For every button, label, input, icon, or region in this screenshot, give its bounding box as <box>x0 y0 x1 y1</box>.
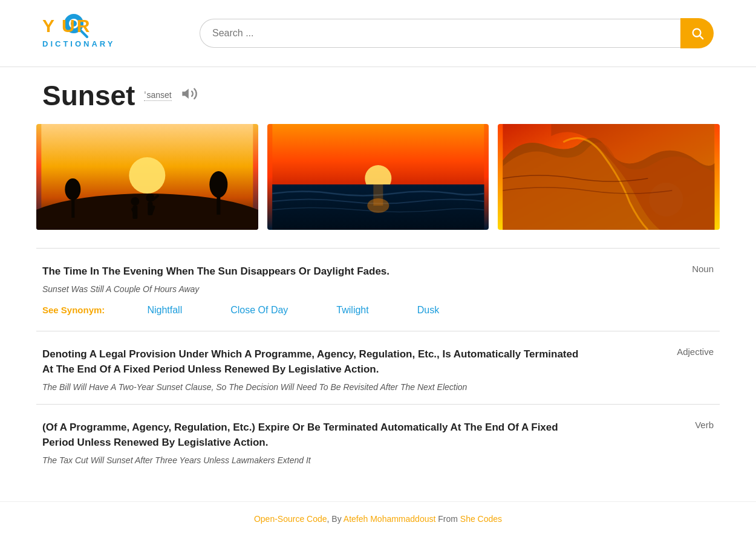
svg-point-13 <box>131 197 139 206</box>
word-title: Sunset <box>42 79 135 112</box>
footer-from: From <box>435 514 460 524</box>
see-synonym-label: See Synonym: <box>42 305 105 315</box>
image-2 <box>267 124 489 230</box>
example-adj: The Bill Will Have A Two-Year Sunset Cla… <box>42 382 714 392</box>
logo-svg: Y UR DICTIONARY <box>42 9 169 57</box>
def-text-verb: (Of A Programme, Agency, Regulation, Etc… <box>42 420 587 451</box>
svg-text:Y: Y <box>42 16 56 36</box>
phonetic: ˈsanset <box>144 90 171 101</box>
pos-noun: Noun <box>692 264 714 274</box>
def-text-noun: The Time In The Evening When The Sun Dis… <box>42 264 389 279</box>
footer-separator: , By <box>327 514 342 524</box>
svg-rect-29 <box>373 184 383 206</box>
footer-link-opensource[interactable]: Open-Source Code <box>254 514 327 524</box>
svg-line-8 <box>700 36 703 39</box>
search-button[interactable] <box>680 18 714 48</box>
definition-noun: The Time In The Evening When The Sun Dis… <box>36 248 720 331</box>
synonym-nightfall[interactable]: Nightfall <box>123 305 206 316</box>
svg-marker-9 <box>182 89 189 99</box>
image-1 <box>36 124 258 230</box>
def-header-noun: The Time In The Evening When The Sun Dis… <box>42 264 714 279</box>
example-verb: The Tax Cut Will Sunset After Three Year… <box>42 455 714 465</box>
synonym-dusk[interactable]: Dusk <box>393 305 463 316</box>
synonyms-row: See Synonym: Nightfall Close Of Day Twil… <box>42 305 714 316</box>
svg-point-21 <box>209 171 227 198</box>
header: Y UR DICTIONARY <box>0 0 756 67</box>
footer: Open-Source Code, By Atefeh Mohammaddous… <box>0 501 756 535</box>
pos-verb: Verb <box>695 420 714 430</box>
definition-verb: (Of A Programme, Agency, Regulation, Etc… <box>36 404 720 477</box>
footer-link-author[interactable]: Atefeh Mohammaddoust <box>344 514 436 524</box>
search-input[interactable] <box>200 19 680 48</box>
def-header-adj: Denoting A Legal Provision Under Which A… <box>42 347 714 377</box>
svg-point-23 <box>65 178 80 200</box>
footer-link-shecodes[interactable]: She Codes <box>460 514 502 524</box>
image-gallery <box>36 124 720 230</box>
example-noun: Sunset Was Still A Couple Of Hours Away <box>42 284 714 294</box>
synonym-close-of-day[interactable]: Close Of Day <box>206 305 312 316</box>
svg-point-11 <box>129 157 165 194</box>
search-container <box>200 18 714 48</box>
image-3 <box>498 124 720 230</box>
synonym-twilight[interactable]: Twilight <box>312 305 393 316</box>
word-header: Sunset ˈsanset <box>36 79 720 112</box>
definition-adjective: Denoting A Legal Provision Under Which A… <box>36 331 720 404</box>
main-content: Sunset ˈsanset <box>36 67 720 495</box>
logo: Y UR DICTIONARY <box>42 9 169 57</box>
sound-icon[interactable] <box>181 85 198 106</box>
def-text-adj: Denoting A Legal Provision Under Which A… <box>42 347 587 377</box>
svg-text:DICTIONARY: DICTIONARY <box>42 39 115 48</box>
def-header-verb: (Of A Programme, Agency, Regulation, Etc… <box>42 420 714 451</box>
svg-text:UR: UR <box>62 16 91 36</box>
pos-adj: Adjective <box>677 347 714 357</box>
search-icon <box>691 27 704 40</box>
